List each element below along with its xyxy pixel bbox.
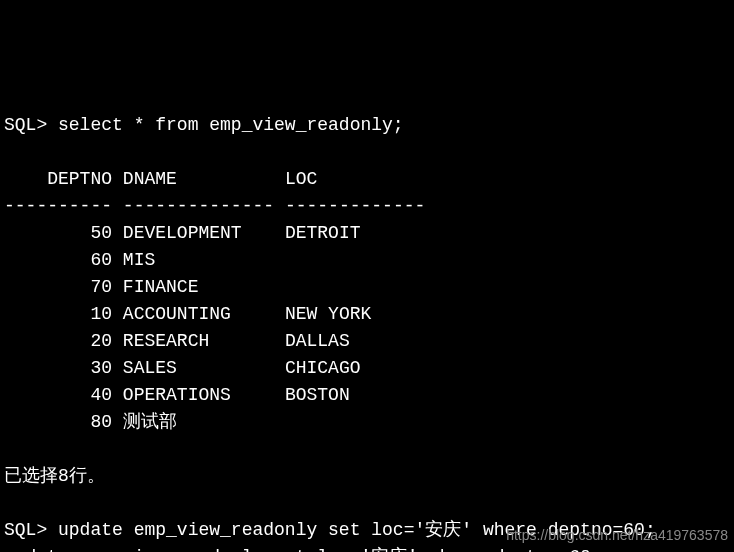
- cell-deptno: 80: [90, 412, 112, 432]
- cell-dname: FINANCE: [123, 277, 199, 297]
- sql-query-select: select * from emp_view_readonly;: [58, 115, 404, 135]
- cell-dname: 测试部: [123, 412, 177, 432]
- cell-dname: DEVELOPMENT: [123, 223, 242, 243]
- watermark-text: https://blog.csdn.net/hza419763578: [506, 525, 728, 546]
- separator-col2: --------------: [123, 196, 274, 216]
- echo-line: update emp_view_readonly set loc='安庆' wh…: [4, 547, 591, 552]
- cell-loc: BOSTON: [285, 385, 350, 405]
- cell-deptno: 40: [90, 385, 112, 405]
- sql-prompt[interactable]: SQL>: [4, 115, 58, 135]
- sql-prompt[interactable]: SQL>: [4, 520, 58, 540]
- cell-dname: OPERATIONS: [123, 385, 231, 405]
- col-header-dname: DNAME: [123, 169, 177, 189]
- cell-dname: RESEARCH: [123, 331, 209, 351]
- col-header-deptno: DEPTNO: [47, 169, 112, 189]
- cell-deptno: 60: [90, 250, 112, 270]
- separator-col3: -------------: [285, 196, 425, 216]
- cell-loc: DALLAS: [285, 331, 350, 351]
- rowcount-message: 已选择8行。: [4, 466, 105, 486]
- cell-loc: CHICAGO: [285, 358, 361, 378]
- separator-col1: ----------: [4, 196, 112, 216]
- cell-deptno: 70: [90, 277, 112, 297]
- cell-deptno: 30: [90, 358, 112, 378]
- cell-loc: NEW YORK: [285, 304, 371, 324]
- cell-dname: SALES: [123, 358, 177, 378]
- cell-deptno: 20: [90, 331, 112, 351]
- terminal-output: SQL> select * from emp_view_readonly; DE…: [4, 112, 730, 552]
- cell-dname: MIS: [123, 250, 155, 270]
- cell-dname: ACCOUNTING: [123, 304, 231, 324]
- cell-deptno: 50: [90, 223, 112, 243]
- col-header-loc: LOC: [285, 169, 317, 189]
- cell-deptno: 10: [90, 304, 112, 324]
- cell-loc: DETROIT: [285, 223, 361, 243]
